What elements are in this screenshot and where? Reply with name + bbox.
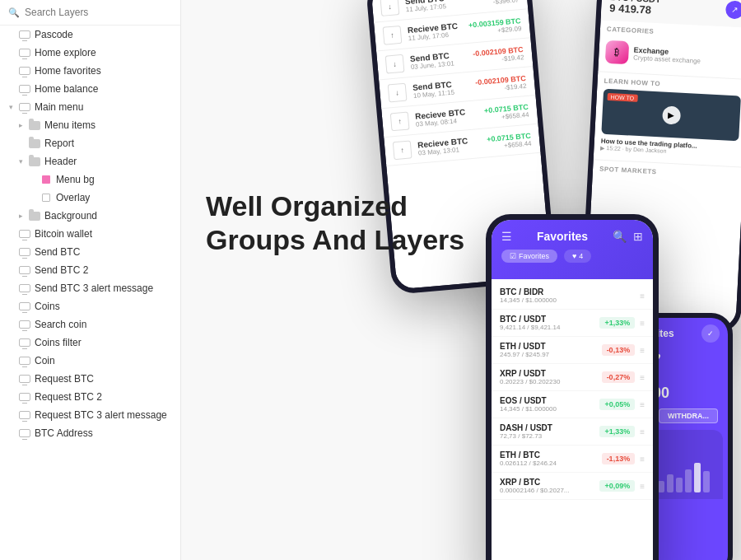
monitor-icon (19, 264, 30, 276)
coin-price: 72,73 / $72.73 (500, 432, 599, 440)
menu-icon: ≡ (640, 400, 645, 409)
spot-title: SPOT MARKETS (599, 166, 737, 180)
coin-change: +0,09% (599, 480, 635, 492)
monitor-icon (19, 355, 30, 366)
coin-change: -0,27% (602, 371, 636, 383)
tx-amount: +0.0715 BTC +$658.44 (484, 102, 529, 122)
coin-item[interactable]: XRP / BTC 0.00002146 / $0.2027... +0,09%… (492, 473, 653, 500)
exchange-cat-info: Exchange Crypto asset exchange (633, 45, 701, 64)
layer-item-bitcoin-wallet[interactable]: Bitcoin wallet (0, 225, 180, 243)
video-thumbnail[interactable]: HOW TO ▶ (601, 89, 741, 142)
coin-info: XRP / BTC 0.00002146 / $0.2027... (500, 478, 599, 494)
fav-chip-heart[interactable]: ♥ 4 (564, 250, 591, 263)
folder-icon (29, 210, 40, 222)
tx-amount: +0.0715 BTC +$658.44 (487, 131, 532, 151)
coin-item[interactable]: ETH / USDT 245.97 / $245.97 -0,13% ≡ (492, 337, 653, 364)
tx-amount: -0.002109 BTC -$19.42 (473, 45, 524, 65)
layer-item-coins-filter[interactable]: Coins filter (0, 334, 180, 352)
fav-title: Favorites (537, 230, 588, 243)
hamburger-icon: ☰ (501, 230, 512, 243)
search-icon: 🔍 (8, 7, 20, 18)
coin-item[interactable]: BTC / USDT 9,421.14 / $9,421.14 +1,33% ≡ (492, 310, 653, 337)
tx-info: Recieve BTC 03 May, 13:01 (417, 135, 482, 157)
layer-item-search-coin[interactable]: Search coin (0, 315, 180, 334)
fav-icons: 🔍 ⊞ (613, 230, 643, 243)
layer-label: Overlay (56, 192, 90, 203)
fav-chip-label: Favorites (519, 252, 549, 260)
coin-pair: ETH / USDT (500, 342, 602, 351)
coin-pair: XRP / BTC (500, 478, 599, 487)
main-heading: Well Organized Groups And Layers (206, 189, 464, 257)
layer-item-background[interactable]: ▸Background (0, 207, 180, 225)
chart-bar (676, 478, 683, 492)
layer-item-send-btc-3[interactable]: Send BTC 3 alert message (0, 279, 180, 297)
tx-amount: -0.043010 BTC -$396.07 (468, 0, 520, 7)
coin-price: 9,421.14 / $9,421.14 (500, 324, 599, 331)
chevron-icon: ▸ (16, 212, 25, 220)
layer-label: Coins (35, 301, 60, 312)
withdraw-button[interactable]: WITHDRA... (659, 408, 718, 423)
layer-label: Request BTC (35, 373, 94, 385)
layer-item-main-menu[interactable]: ▾Main menu (0, 98, 180, 116)
coin-item[interactable]: XRP / USDT 0.20223 / $0.202230 -0,27% ≡ (492, 364, 653, 391)
layer-label: Home favorites (35, 65, 101, 77)
coin-item[interactable]: BTC / BIDR 14,345 / $1.000000 ≡ (492, 282, 653, 310)
chart-bar (703, 471, 710, 492)
layer-item-coins[interactable]: Coins (0, 297, 180, 315)
tx-arrow-icon: ↑ (393, 140, 412, 160)
heading-line1: Well Organized (206, 190, 408, 222)
coin-pair: BTC / USDT (500, 315, 599, 324)
phones-container: ↓ Send BTC 11 July, 17:05 -0.043010 BTC … (181, 0, 741, 560)
layer-item-request-btc-3[interactable]: Request BTC 3 alert message (0, 406, 180, 424)
play-button[interactable]: ▶ (662, 105, 681, 124)
layer-item-menu-bg[interactable]: Menu bg (0, 170, 180, 189)
layer-item-request-btc-2[interactable]: Request BTC 2 (0, 388, 180, 406)
coin-item[interactable]: ETH / BTC 0.026112 / $246.24 -1,13% ≡ (492, 446, 653, 473)
chevron-icon: ▾ (16, 157, 25, 166)
layer-label: Menu items (44, 119, 96, 131)
layer-item-header[interactable]: ▾Header (0, 152, 180, 170)
tx-arrow-icon: ↑ (390, 112, 410, 132)
balance-dot-btn[interactable]: ✓ (701, 324, 720, 343)
coin-price: 0.20223 / $0.202230 (500, 378, 602, 385)
check-icon: ✓ (707, 329, 714, 338)
fav-chip-stars[interactable]: ☑ Favorites (501, 250, 557, 263)
layer-item-send-btc-2[interactable]: Send BTC 2 (0, 261, 180, 279)
folder-icon (29, 138, 40, 149)
menu-icon: ≡ (640, 292, 645, 301)
search-bar[interactable]: 🔍 (0, 0, 180, 26)
layer-item-request-btc[interactable]: Request BTC (0, 370, 180, 388)
video-label: HOW TO (607, 93, 637, 102)
layer-item-home-explore[interactable]: Home explore (0, 44, 180, 62)
search-icon[interactable]: 🔍 (613, 230, 627, 243)
fav-count: 4 (579, 252, 583, 260)
layer-item-home-balance[interactable]: Home balance (0, 80, 180, 98)
exchange-btn[interactable]: ↗ (725, 0, 741, 19)
layer-item-report[interactable]: Report (0, 134, 180, 152)
coin-price: 0.00002146 / $0.2027... (500, 487, 599, 494)
coin-change: +1,33% (599, 317, 635, 329)
coin-info: XRP / USDT 0.20223 / $0.202230 (500, 369, 602, 385)
layer-item-overlay[interactable]: Overlay (0, 189, 180, 207)
coin-item[interactable]: EOS / USDT 14,345 / $1.000000 +0,05% ≡ (492, 391, 653, 418)
monitor-icon (19, 228, 30, 240)
layer-item-coin[interactable]: Coin (0, 352, 180, 370)
layer-item-pascode[interactable]: Pascode (0, 26, 180, 44)
exchange-cat-icon: ₿ (605, 40, 629, 64)
coin-pair: DASH / USDT (500, 423, 599, 432)
layer-item-menu-items[interactable]: ▸Menu items (0, 116, 180, 134)
coin-change: +0,05% (599, 399, 635, 410)
coin-info: BTC / BIDR 14,345 / $1.000000 (500, 287, 640, 304)
search-input[interactable] (25, 7, 172, 18)
star-icon: ☑ (510, 252, 516, 260)
layer-item-send-btc[interactable]: Send BTC (0, 243, 180, 261)
menu-icon: ≡ (640, 319, 645, 328)
favorites-header: ☰ Favorites 🔍 ⊞ ☑ Favorites ♥ (492, 220, 653, 279)
coin-item[interactable]: DASH / USDT 72,73 / $72.73 +1,33% ≡ (492, 418, 653, 446)
layer-item-home-favorites[interactable]: Home favorites (0, 62, 180, 80)
chart-bar (658, 481, 664, 492)
main-content: Well Organized Groups And Layers ↓ Send … (181, 0, 741, 560)
grid-icon[interactable]: ⊞ (633, 230, 643, 243)
layer-item-btc-address[interactable]: BTC Address (0, 424, 180, 442)
menu-icon: ≡ (640, 346, 645, 355)
